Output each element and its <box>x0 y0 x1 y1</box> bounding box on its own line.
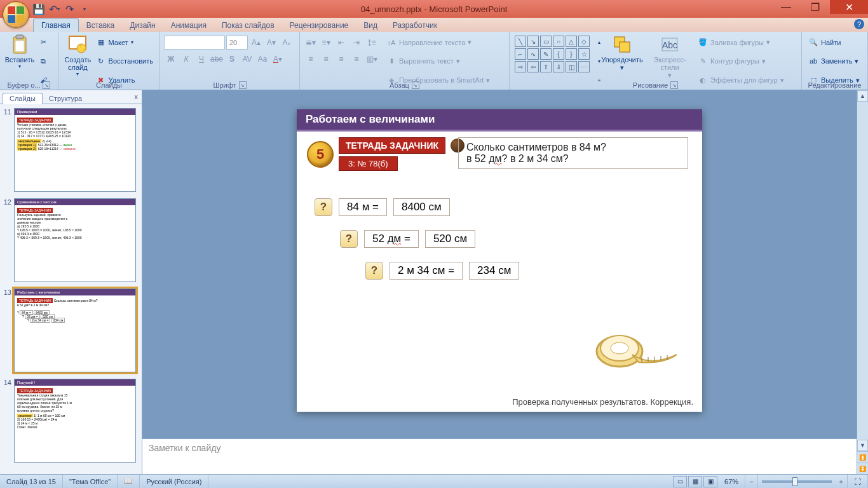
spell-check[interactable]: 📖 <box>118 475 140 488</box>
outdent-button[interactable]: ⇤ <box>334 36 348 50</box>
scroll-up-button[interactable]: ▲ <box>857 90 868 102</box>
shape-fill-button[interactable]: 🪣Заливка фигуры ▾ <box>695 36 787 50</box>
zoom-thumb[interactable] <box>792 477 797 486</box>
tab-home[interactable]: Главная <box>33 18 79 32</box>
cut-button[interactable]: ✂ <box>36 36 51 50</box>
align-left-button[interactable]: ≡ <box>304 52 318 66</box>
drawing-dialog[interactable]: ↘ <box>670 81 678 89</box>
sorter-view-button[interactable]: ▦ <box>688 476 702 487</box>
clear-format-button[interactable]: Aₓ <box>280 36 294 50</box>
office-button[interactable] <box>3 1 29 28</box>
shape-arrow5-icon[interactable]: ⇩ <box>553 61 564 72</box>
fit-window-button[interactable]: ⛶ <box>848 475 868 488</box>
grow-font-button[interactable]: A▴ <box>249 36 263 50</box>
zoom-level[interactable]: 67% <box>718 475 745 488</box>
normal-view-button[interactable]: ▭ <box>673 476 687 487</box>
find-button[interactable]: 🔍Найти <box>806 36 864 50</box>
shape-brace-icon[interactable]: { <box>553 48 564 60</box>
redo-button[interactable]: ↷ <box>64 3 75 15</box>
shape-arrow-icon[interactable]: ↘ <box>527 36 539 47</box>
thumbnail-11[interactable]: Проверяем ТЕТРАДЬ ЗАДАЧНИКЧетыре ученика… <box>14 108 136 192</box>
shape-freeform-icon[interactable]: ✎ <box>540 48 552 60</box>
help-button[interactable]: ? <box>854 19 864 29</box>
shape-star-icon[interactable]: ☆ <box>578 48 590 60</box>
bold-button[interactable]: Ж <box>164 52 178 66</box>
clipboard-dialog[interactable]: ↘ <box>43 81 50 89</box>
qmark-button[interactable]: ? <box>340 230 358 248</box>
shape-more-icon[interactable]: ⋯ <box>578 61 590 72</box>
tab-outline[interactable]: Структура <box>43 93 88 104</box>
thumbnail-13[interactable]: Работаем с величинами ТЕТРАДЬ ЗАДАЧНИК С… <box>14 288 136 372</box>
tab-slides[interactable]: Слайды <box>3 93 43 104</box>
font-dialog[interactable]: ↘ <box>239 81 247 89</box>
columns-button[interactable]: ▥▾ <box>365 52 379 66</box>
canvas[interactable]: Работаем с величинами 5 ТЕТРАДЬ ЗАДАЧНИК… <box>142 90 857 438</box>
minimize-button[interactable]: — <box>771 0 801 14</box>
change-case-button[interactable]: Aa <box>255 52 269 66</box>
undo-button[interactable]: ↶▾ <box>48 3 60 15</box>
justify-button[interactable]: ≡ <box>349 52 363 66</box>
next-slide-button[interactable]: ⏬ <box>857 463 868 474</box>
notes-pane[interactable]: Заметки к слайду <box>142 438 857 474</box>
tab-developer[interactable]: Разработчик <box>385 19 445 32</box>
tab-review[interactable]: Рецензирование <box>282 19 356 32</box>
shape-line-icon[interactable]: ╲ <box>515 36 526 47</box>
shape-callout-icon[interactable]: ◫ <box>566 61 577 72</box>
tab-insert[interactable]: Вставка <box>79 19 123 32</box>
char-spacing-button[interactable]: AV <box>240 52 254 66</box>
font-color-button[interactable]: A▾ <box>271 52 285 66</box>
tab-view[interactable]: Вид <box>356 19 385 32</box>
shape-arrow4-icon[interactable]: ⇧ <box>540 61 552 72</box>
shape-connector-icon[interactable]: ⌐ <box>515 48 526 60</box>
font-family-combo[interactable] <box>164 36 225 50</box>
shape-bracket-icon[interactable]: } <box>566 48 577 60</box>
scroll-down-button[interactable]: ▼ <box>857 440 868 451</box>
strike-button[interactable]: abe <box>210 52 224 66</box>
tab-slideshow[interactable]: Показ слайдов <box>214 19 282 32</box>
shape-outline-button[interactable]: ✎Контур фигуры ▾ <box>695 54 787 68</box>
thumb-row[interactable]: 13 Работаем с величинами ТЕТРАДЬ ЗАДАЧНИ… <box>3 288 139 372</box>
shape-arrow2-icon[interactable]: ⇨ <box>515 61 526 72</box>
qat-customize[interactable]: ▾ <box>79 3 90 15</box>
reset-button[interactable]: ↻Восстановить <box>93 54 156 68</box>
underline-button[interactable]: Ч <box>194 52 208 66</box>
shape-curve-icon[interactable]: ∿ <box>527 48 539 60</box>
bullets-button[interactable]: ≣▾ <box>304 36 318 50</box>
prev-slide-button[interactable]: ⏫ <box>857 451 868 463</box>
shrink-font-button[interactable]: A▾ <box>264 36 278 50</box>
text-direction-button[interactable]: ↕AНаправление текста ▾ <box>384 36 492 50</box>
panel-close-button[interactable]: x <box>135 93 139 100</box>
language-indicator[interactable]: Русский (Россия) <box>140 475 208 488</box>
indent-button[interactable]: ⇥ <box>349 36 363 50</box>
replace-button[interactable]: abЗаменить ▾ <box>806 54 864 68</box>
close-button[interactable]: ✕ <box>830 0 868 14</box>
line-spacing-button[interactable]: ‡≡ <box>365 36 379 50</box>
zoom-slider[interactable] <box>762 480 832 483</box>
scroll-track[interactable] <box>857 102 868 440</box>
thumbnail-12[interactable]: Сравниваем с числом ТЕТРАДЬ ЗАДАЧНИКПоль… <box>14 198 136 282</box>
slideshow-view-button[interactable]: ▣ <box>703 476 717 487</box>
font-size-combo[interactable]: 20 <box>226 36 248 50</box>
align-right-button[interactable]: ≡ <box>334 52 348 66</box>
shape-rect-icon[interactable]: ▭ <box>540 36 552 47</box>
qmark-button[interactable]: ? <box>315 198 332 216</box>
copy-button[interactable]: ⧉ <box>36 54 51 68</box>
qmark-button[interactable]: ? <box>365 262 383 280</box>
shape-oval-icon[interactable]: ○ <box>553 36 564 47</box>
thumbnail-14[interactable]: Подумай ! ТЕТРАДЬ ЗАДАЧНИКТанцевальная с… <box>14 379 136 463</box>
zoom-out-button[interactable]: − <box>745 475 757 488</box>
tab-animation[interactable]: Анимация <box>163 19 214 32</box>
italic-button[interactable]: К <box>179 52 193 66</box>
thumb-row[interactable]: 12 Сравниваем с числом ТЕТРАДЬ ЗАДАЧНИКП… <box>3 198 139 282</box>
thumb-row[interactable]: 11 Проверяем ТЕТРАДЬ ЗАДАЧНИКЧетыре учен… <box>3 108 139 192</box>
thumb-row[interactable]: 14 Подумай ! ТЕТРАДЬ ЗАДАЧНИКТанцевальна… <box>3 379 139 463</box>
align-text-button[interactable]: ⬍Выровнять текст ▾ <box>384 54 492 68</box>
layout-button[interactable]: ▦Макет ▾ <box>93 36 156 50</box>
thumbnail-list[interactable]: 11 Проверяем ТЕТРАДЬ ЗАДАЧНИКЧетыре учен… <box>0 104 142 474</box>
shape-diamond-icon[interactable]: ◇ <box>578 36 590 47</box>
maximize-button[interactable]: ❐ <box>801 0 830 14</box>
numbering-button[interactable]: ≡▾ <box>319 36 333 50</box>
save-button[interactable]: 💾 <box>33 3 44 15</box>
shadow-button[interactable]: S <box>225 52 239 66</box>
zoom-in-button[interactable]: + <box>836 475 848 488</box>
